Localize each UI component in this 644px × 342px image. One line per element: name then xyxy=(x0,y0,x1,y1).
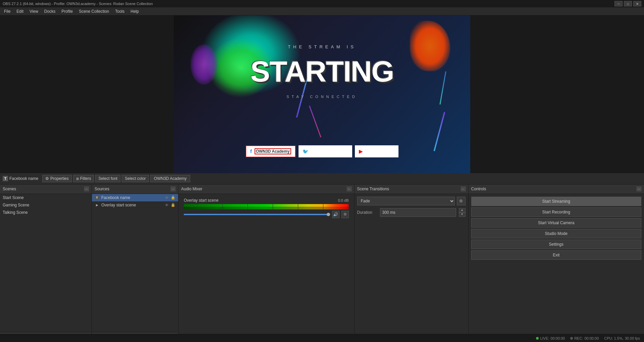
source-item-overlay[interactable]: ▶ Overlay start scene 👁 🔒 xyxy=(92,201,178,209)
close-window-button[interactable]: ✕ xyxy=(633,1,641,6)
audio-mixer-content: Overlay start scene 0.0 dB xyxy=(178,194,354,342)
sources-minimize-button[interactable]: ─ xyxy=(171,187,175,191)
audio-meter xyxy=(184,204,349,209)
sources-panel: Sources ─ T Facebook name 👁 🔒 ▶ Overlay … xyxy=(92,185,178,342)
live-status: LIVE: 00:00:00 xyxy=(536,336,565,340)
menu-file[interactable]: File xyxy=(1,8,13,14)
menu-view[interactable]: View xyxy=(27,8,41,14)
menu-scene-collection[interactable]: Scene Collection xyxy=(76,8,112,14)
audio-mixer-panel: Audio Mixer ─ Overlay start scene 0.0 dB xyxy=(178,185,355,342)
rec-label: REC: xyxy=(574,336,583,340)
rec-status: REC: 00:00:00 xyxy=(570,336,599,340)
exit-button[interactable]: Exit xyxy=(471,250,642,260)
cpu-status: CPU: 1.5%, 30.00 fps xyxy=(604,336,640,340)
menubar: File Edit View Docks Profile Scene Colle… xyxy=(0,7,644,15)
transitions-select-row: Fade Cut ⚙ xyxy=(357,197,466,205)
minimize-window-button[interactable]: ─ xyxy=(614,1,623,6)
duration-down-button[interactable]: ▼ xyxy=(459,212,466,217)
audio-track-overlay: Overlay start scene 0.0 dB xyxy=(181,196,352,220)
audio-mixer-title: Audio Mixer xyxy=(181,187,202,191)
titlebar-controls: ─ □ ✕ xyxy=(614,1,641,6)
facebook-icon: f xyxy=(250,149,252,154)
social-bars: f OWN3D Academy 🐦 ▶ xyxy=(246,145,398,157)
menu-docks[interactable]: Docks xyxy=(42,8,58,14)
volume-slider[interactable] xyxy=(184,214,330,215)
menu-help[interactable]: Help xyxy=(128,8,142,14)
maximize-window-button[interactable]: □ xyxy=(624,1,632,6)
start-streaming-button[interactable]: Start Streaming xyxy=(471,197,642,206)
titlebar-text: OBS 27.2.1 (64-bit, windows) - Profile: … xyxy=(3,2,153,6)
mute-button[interactable]: 🔊 xyxy=(332,211,339,218)
studio-mode-button[interactable]: Studio Mode xyxy=(471,229,642,238)
scene-item-start[interactable]: Start Scene xyxy=(0,194,92,201)
start-virtual-camera-button[interactable]: Start Virtual Camera xyxy=(471,218,642,228)
source-item-facebook-name[interactable]: T Facebook name 👁 🔒 xyxy=(92,194,178,201)
preview-canvas: THE STREAM IS STARTING STAY CONNECTED f … xyxy=(174,15,470,173)
audio-track-header: Overlay start scene 0.0 dB xyxy=(184,198,349,203)
transition-select[interactable]: Fade Cut xyxy=(357,197,455,205)
sources-panel-header: Sources ─ xyxy=(92,185,178,194)
audio-settings-button[interactable]: ⚙ xyxy=(341,211,349,218)
source-overlay-lock-icon[interactable]: 🔒 xyxy=(171,203,175,207)
menu-tools[interactable]: Tools xyxy=(112,8,127,14)
fps-value: 30.00 fps xyxy=(625,336,640,340)
main-area: THE STREAM IS STARTING STAY CONNECTED f … xyxy=(0,15,644,342)
menu-profile[interactable]: Profile xyxy=(59,8,75,14)
scene-item-gaming[interactable]: Gaming Scene xyxy=(0,201,92,209)
controls-content: Start Streaming Start Recording Start Vi… xyxy=(469,194,644,262)
audio-db-value: 0.0 dB xyxy=(338,198,349,202)
select-color-button[interactable]: Select color xyxy=(122,175,149,182)
properties-bar: T Facebook name ⚙ Properties ⊞ Filters S… xyxy=(0,173,644,185)
source-visibility-icon[interactable]: 👁 xyxy=(165,196,169,200)
cpu-label: CPU: 1.5%, xyxy=(604,336,623,340)
sources-list: T Facebook name 👁 🔒 ▶ Overlay start scen… xyxy=(92,194,178,332)
source-type-label: T Facebook name xyxy=(3,176,38,181)
audio-mixer-minimize-button[interactable]: ─ xyxy=(347,187,352,191)
scenes-list: Start Scene Gaming Scene Talking Scene xyxy=(0,194,92,332)
select-font-button[interactable]: Select font xyxy=(95,175,120,182)
controls-minimize-button[interactable]: ─ xyxy=(637,187,641,191)
live-dot xyxy=(536,337,539,340)
scene-item-talking[interactable]: Talking Scene xyxy=(0,209,92,216)
scenes-panel: Scenes ─ Start Scene Gaming Scene Talkin… xyxy=(0,185,92,342)
preview-container: THE STREAM IS STARTING STAY CONNECTED f … xyxy=(0,15,644,173)
source-text-icon: T xyxy=(95,195,99,200)
stream-is-text: THE STREAM IS xyxy=(288,44,356,49)
titlebar: OBS 27.2.1 (64-bit, windows) - Profile: … xyxy=(0,0,644,7)
youtube-icon: ▶ xyxy=(359,149,363,154)
youtube-bar: ▶ xyxy=(355,145,398,157)
transitions-gear-button[interactable]: ⚙ xyxy=(457,197,466,205)
select-font-label: Select font xyxy=(98,176,117,181)
text-type-icon: T xyxy=(3,176,8,181)
menu-edit[interactable]: Edit xyxy=(14,8,26,14)
controls-panel: Controls ─ Start Streaming Start Recordi… xyxy=(469,185,644,342)
duration-label: Duration xyxy=(357,210,377,215)
properties-button[interactable]: ⚙ Properties xyxy=(42,175,72,182)
scene-transitions-minimize-button[interactable]: ─ xyxy=(461,187,466,191)
controls-title: Controls xyxy=(471,187,486,191)
starting-text: STARTING xyxy=(250,54,393,89)
scenes-panel-header: Scenes ─ xyxy=(0,185,92,194)
statusbar: LIVE: 00:00:00 REC: 00:00:00 CPU: 1.5%, … xyxy=(0,334,644,342)
source-overlay-visibility-icon[interactable]: 👁 xyxy=(165,203,169,207)
rec-dot xyxy=(570,337,573,340)
filters-icon: ⊞ xyxy=(76,177,79,181)
duration-input[interactable] xyxy=(380,208,456,217)
duration-up-button[interactable]: ▲ xyxy=(459,208,466,212)
scene-transitions-header: Scene Transitions ─ xyxy=(355,185,468,194)
source-lock-icon[interactable]: 🔒 xyxy=(171,195,175,200)
filters-button[interactable]: ⊞ Filters xyxy=(73,175,94,182)
scenes-panel-title: Scenes xyxy=(3,187,16,191)
sources-panel-title: Sources xyxy=(95,187,109,191)
transitions-content: Fade Cut ⚙ Duration ▲ ▼ xyxy=(355,194,468,219)
filters-button-label: Filters xyxy=(80,176,91,181)
start-recording-button[interactable]: Start Recording xyxy=(471,207,642,217)
settings-button[interactable]: Settings xyxy=(471,240,642,249)
facebook-bar: f OWN3D Academy xyxy=(246,145,296,157)
properties-button-label: Properties xyxy=(50,176,69,181)
twitter-icon: 🐦 xyxy=(303,149,308,154)
duration-spinners: ▲ ▼ xyxy=(459,208,466,217)
scenes-minimize-button[interactable]: ─ xyxy=(84,187,89,191)
twitter-bar: 🐦 xyxy=(299,145,352,157)
scene-transitions-title: Scene Transitions xyxy=(357,187,389,191)
